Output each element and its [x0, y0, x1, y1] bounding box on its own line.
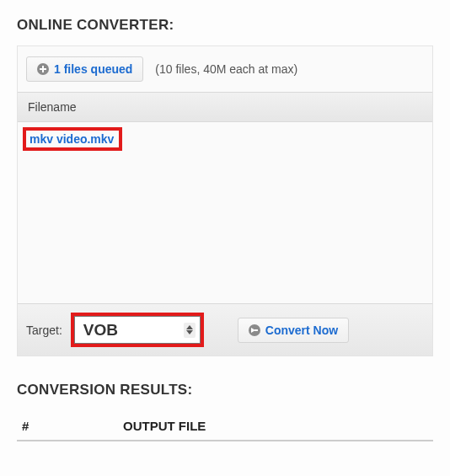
target-label: Target:: [26, 324, 62, 337]
panel-top-bar: 1 files queued (10 files, 40M each at ma…: [18, 46, 432, 92]
results-col-output: OUTPUT FILE: [123, 419, 428, 433]
converter-title: ONLINE CONVERTER:: [17, 17, 433, 34]
converter-panel: 1 files queued (10 files, 40M each at ma…: [17, 45, 433, 356]
plus-icon: [37, 63, 49, 75]
upload-limits-hint: (10 files, 40M each at max): [155, 62, 297, 76]
highlight-box-file: mkv video.mkv: [23, 127, 122, 151]
filename-column-header: Filename: [18, 92, 432, 122]
target-format-select[interactable]: VOB: [74, 316, 201, 344]
files-queued-label: 1 files queued: [54, 62, 132, 76]
file-list-empty-area: [18, 156, 432, 303]
results-table-header: # OUTPUT FILE: [17, 412, 433, 441]
file-row: mkv video.mkv: [18, 122, 432, 156]
results-title: CONVERSION RESULTS:: [17, 382, 433, 398]
convert-now-label: Convert Now: [265, 324, 338, 337]
arrow-right-icon: [249, 324, 260, 336]
highlight-box-target: VOB: [71, 313, 204, 347]
panel-bottom-bar: Target: VOB Convert Now: [18, 303, 432, 356]
file-link[interactable]: mkv video.mkv: [26, 131, 117, 147]
files-queued-button[interactable]: 1 files queued: [26, 56, 143, 82]
convert-now-button[interactable]: Convert Now: [238, 318, 349, 343]
results-col-index: #: [22, 419, 123, 433]
